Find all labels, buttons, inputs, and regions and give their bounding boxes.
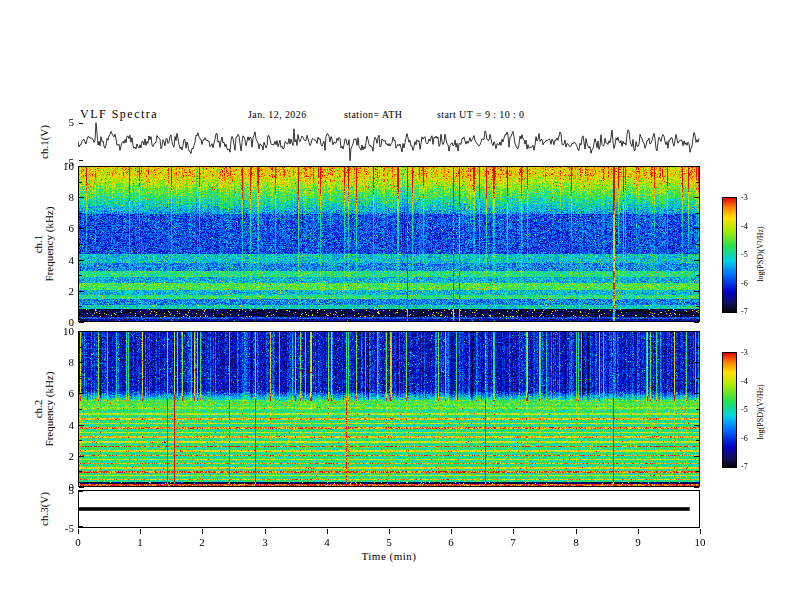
tick-mark bbox=[700, 529, 701, 534]
tick-mark bbox=[694, 166, 699, 167]
ch1-frequency-axis-label: ch.1 Frequency (kHz) bbox=[33, 207, 55, 282]
tick-mark bbox=[79, 166, 84, 167]
y-tick-label: 2 bbox=[50, 285, 74, 297]
tick-mark bbox=[79, 244, 82, 245]
colorbar-tick-label: -3 bbox=[741, 348, 759, 357]
ch1-waveform-plot bbox=[78, 122, 700, 162]
colorbar-tick-label: -4 bbox=[741, 377, 759, 386]
tick-mark bbox=[694, 456, 699, 457]
tick-mark bbox=[79, 425, 84, 426]
tick-mark bbox=[696, 409, 699, 410]
tick-mark bbox=[694, 331, 699, 332]
ch2-frequency-axis-label: ch.2 Frequency (kHz) bbox=[33, 372, 55, 447]
tick-mark bbox=[694, 291, 699, 292]
tick-mark bbox=[79, 393, 84, 394]
ch1-spectrogram-panel bbox=[78, 166, 700, 322]
ch2-frequency-axis-label-line2: Frequency (kHz) bbox=[44, 372, 55, 447]
x-tick-label: 7 bbox=[502, 536, 524, 548]
tick-mark bbox=[79, 160, 83, 161]
tick-mark bbox=[79, 378, 82, 379]
colorbar-tick-label: -3 bbox=[741, 193, 759, 202]
tick-mark bbox=[79, 487, 84, 488]
x-tick-label: 8 bbox=[565, 536, 587, 548]
x-tick-label: 3 bbox=[254, 536, 276, 548]
x-tick-label: 4 bbox=[316, 536, 338, 548]
ch3-waveform-plot bbox=[79, 491, 699, 527]
tick-mark bbox=[389, 529, 390, 534]
tick-mark bbox=[79, 182, 82, 183]
tick-mark bbox=[79, 275, 82, 276]
tick-mark bbox=[327, 529, 328, 534]
tick-mark bbox=[79, 347, 82, 348]
y-tick-label: 8 bbox=[50, 191, 74, 203]
colorbar-tick-label: -5 bbox=[741, 250, 759, 259]
figure-title: VLF Spectra bbox=[80, 107, 158, 122]
x-tick-label: 6 bbox=[440, 536, 462, 548]
colorbar-ch1 bbox=[722, 197, 737, 313]
tick-mark bbox=[576, 529, 577, 534]
tick-mark bbox=[694, 425, 699, 426]
tick-mark bbox=[78, 529, 79, 534]
tick-mark bbox=[696, 306, 699, 307]
tick-mark bbox=[694, 260, 699, 261]
y-tick-label: -5 bbox=[50, 522, 74, 534]
tick-mark bbox=[140, 529, 141, 534]
colorbar-tick-label: -6 bbox=[741, 434, 759, 443]
colorbar-ch2 bbox=[722, 352, 737, 468]
tick-mark bbox=[79, 409, 82, 410]
tick-mark bbox=[694, 322, 699, 323]
tick-mark bbox=[694, 362, 699, 363]
tick-mark bbox=[513, 529, 514, 534]
tick-mark bbox=[696, 378, 699, 379]
y-tick-label: 10 bbox=[50, 325, 74, 337]
tick-mark bbox=[696, 182, 699, 183]
tick-mark bbox=[79, 291, 84, 292]
start-ut-label: start UT = 9 : 10 : 0 bbox=[437, 109, 524, 120]
colorbar-ch2-gradient bbox=[723, 353, 736, 467]
x-tick-label: 10 bbox=[689, 536, 711, 548]
tick-mark bbox=[694, 228, 699, 229]
tick-mark bbox=[79, 491, 83, 492]
ch1-frequency-axis-label-line2: Frequency (kHz) bbox=[44, 207, 55, 282]
ch1-voltage-axis-label: ch.1(V) bbox=[39, 125, 50, 159]
tick-mark bbox=[79, 197, 84, 198]
tick-mark bbox=[696, 213, 699, 214]
y-tick-label: 6 bbox=[50, 387, 74, 399]
x-tick-label: 2 bbox=[191, 536, 213, 548]
tick-mark bbox=[694, 487, 699, 488]
tick-mark bbox=[696, 244, 699, 245]
tick-mark bbox=[79, 213, 82, 214]
ch1-spectrogram bbox=[79, 167, 699, 321]
x-tick-label: 1 bbox=[129, 536, 151, 548]
x-tick-label: 9 bbox=[627, 536, 649, 548]
ch2-spectrogram-panel bbox=[78, 331, 700, 487]
tick-mark bbox=[79, 362, 84, 363]
vlf-spectra-figure: VLF Spectra Jan. 12, 2026 station= ATH s… bbox=[0, 0, 792, 612]
tick-mark bbox=[79, 228, 84, 229]
x-tick-label: 5 bbox=[378, 536, 400, 548]
y-tick-label: 4 bbox=[50, 254, 74, 266]
tick-mark bbox=[79, 526, 83, 527]
tick-mark bbox=[451, 529, 452, 534]
colorbar-tick-label: -6 bbox=[741, 279, 759, 288]
tick-mark bbox=[79, 331, 84, 332]
tick-mark bbox=[265, 529, 266, 534]
tick-mark bbox=[694, 393, 699, 394]
y-tick-label: 5 bbox=[50, 116, 74, 128]
station-label: station= ATH bbox=[344, 109, 403, 120]
y-tick-label: 8 bbox=[50, 356, 74, 368]
colorbar-ch1-gradient bbox=[723, 198, 736, 312]
tick-mark bbox=[696, 275, 699, 276]
y-tick-label: 6 bbox=[50, 222, 74, 234]
y-tick-label: 5 bbox=[50, 484, 74, 496]
tick-mark bbox=[79, 456, 84, 457]
colorbar-tick-label: -5 bbox=[741, 405, 759, 414]
tick-mark bbox=[696, 440, 699, 441]
y-tick-label: -5 bbox=[50, 156, 74, 168]
tick-mark bbox=[79, 260, 84, 261]
tick-mark bbox=[79, 306, 82, 307]
colorbar-tick-label: -7 bbox=[741, 462, 759, 471]
tick-mark bbox=[202, 529, 203, 534]
colorbar-tick-label: -7 bbox=[741, 307, 759, 316]
date-label: Jan. 12, 2026 bbox=[248, 109, 307, 120]
